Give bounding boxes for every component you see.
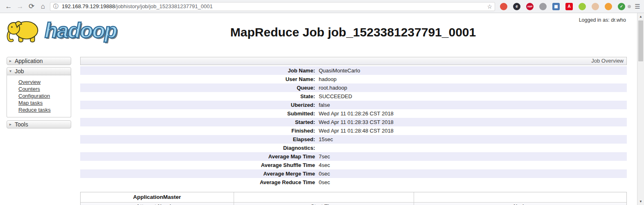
sidebar-item-reduce-tasks[interactable]: Reduce tasks — [18, 106, 71, 113]
sidebar-section-label: Job — [15, 68, 24, 74]
info-label: Average Merge Time — [80, 169, 317, 178]
info-value — [317, 144, 319, 152]
info-label: Job Name: — [80, 66, 317, 75]
chevron-down-icon: ▾ — [9, 68, 11, 75]
url-host: 192.168.79.129:19888 — [62, 3, 115, 9]
sidebar-section-tools[interactable]: ▸ Tools — [7, 120, 71, 128]
info-row: State:SUCCEEDED — [80, 92, 627, 101]
job-overview-table: Job Name:QuasiMonteCarlo User Name:hadoo… — [80, 66, 627, 187]
info-value: Wed Apr 11 01:28:33 CST 2018 — [317, 118, 394, 126]
info-row: Uberized:false — [80, 101, 627, 109]
info-value: root.hadoop — [317, 83, 347, 92]
am-caption-row: ApplicationMaster — [81, 192, 626, 202]
info-label: Started: — [80, 118, 317, 126]
bookmark-star-icon[interactable]: ☆ — [487, 2, 492, 11]
info-row: Finished:Wed Apr 11 01:28:48 CST 2018 — [80, 126, 627, 135]
job-overview-header: Job Overview — [80, 57, 627, 65]
jobhistory-page: Logged in as: dr.who hadoop MapReduce Jo… — [0, 13, 644, 205]
url-text: 192.168.79.129:19888/jobhistory/job/job_… — [62, 2, 213, 11]
info-label: Finished: — [80, 126, 317, 135]
refresh-button[interactable]: ⟳ — [26, 1, 37, 12]
info-value: 15sec — [317, 135, 333, 144]
extension-gray-sphere-icon[interactable] — [539, 3, 547, 10]
home-button[interactable]: ⌂ — [38, 1, 48, 12]
back-button[interactable]: ← — [3, 1, 14, 12]
info-value: QuasiMonteCarlo — [317, 66, 360, 75]
am-col-attempt-number[interactable]: Attempt Number — [81, 203, 234, 205]
hadoop-elephant-icon — [6, 17, 45, 43]
browser-toolbar: ← → ⟳ ⌂ ⓘ 192.168.79.129:19888/jobhistor… — [0, 0, 644, 13]
sidebar-item-counters[interactable]: Counters — [18, 86, 71, 92]
scrollbar-thumb[interactable] — [638, 20, 643, 61]
info-row: Submitted:Wed Apr 11 01:28:26 CST 2018 — [80, 109, 627, 118]
info-value: SUCCEEDED — [317, 92, 352, 101]
page-title: MapReduce Job job_1523381237791_0001 — [80, 25, 626, 39]
extension-blue-grid-icon[interactable]: ▦ — [552, 3, 560, 10]
info-row: Elapsed:15sec — [80, 135, 627, 144]
sidebar-nav: ▸ Application ▾ Job Overview Counters Co… — [7, 57, 71, 128]
url-bar[interactable]: ⓘ 192.168.79.129:19888/jobhistory/job/jo… — [50, 2, 495, 11]
extension-red-circle[interactable] — [500, 3, 507, 10]
info-row: Average Map Time7sec — [80, 152, 627, 161]
info-row: Started:Wed Apr 11 01:28:33 CST 2018 — [80, 118, 627, 126]
extension-gray-dot-icon[interactable] — [628, 5, 631, 8]
info-label: Average Reduce Time — [80, 178, 317, 187]
url-path: /jobhistory/job/job_1523381237791_0001 — [115, 3, 213, 9]
extension-tan-circle-icon[interactable] — [592, 3, 599, 10]
info-label: Uberized: — [80, 101, 317, 109]
scrollbar[interactable]: ▲ ▼ — [637, 13, 644, 205]
page-info-icon[interactable]: ⓘ — [53, 2, 59, 11]
info-label: State: — [80, 92, 317, 101]
main-content: Job Overview Job Name:QuasiMonteCarlo Us… — [80, 57, 627, 205]
sidebar-item-map-tasks[interactable]: Map tasks — [18, 99, 71, 106]
info-label: Elapsed: — [80, 135, 317, 144]
info-row: Queue:root.hadoop — [80, 83, 627, 92]
sidebar-section-label: Application — [15, 58, 43, 64]
chevron-right-icon: ▸ — [9, 57, 11, 65]
am-col-start-time[interactable]: Start Time — [234, 203, 414, 205]
info-value: Wed Apr 11 01:28:48 CST 2018 — [317, 126, 394, 135]
info-value: 0sec — [317, 169, 330, 178]
scroll-down-button[interactable]: ▼ — [637, 198, 644, 205]
info-row: Job Name:QuasiMonteCarlo — [80, 66, 627, 75]
info-value: 4sec — [317, 161, 330, 169]
am-header-row: Attempt Number Start Time Node — [81, 202, 626, 205]
info-label: Average Shuffle Time — [80, 161, 317, 169]
info-label: User Name: — [80, 75, 317, 83]
extension-abp-icon[interactable]: ABP — [526, 3, 534, 10]
scroll-up-button[interactable]: ▲ — [637, 13, 644, 20]
am-col-node[interactable]: Node — [414, 203, 626, 205]
info-row: Average Merge Time0sec — [80, 169, 627, 178]
extension-check-icon[interactable]: ✓ — [618, 3, 625, 10]
info-row: User Name:hadoop — [80, 75, 627, 83]
logged-in-status: Logged in as: dr.who — [579, 17, 626, 23]
info-value: hadoop — [317, 75, 336, 83]
chevron-right-icon: ▸ — [9, 121, 11, 128]
extension-green-circle-icon[interactable] — [579, 3, 586, 10]
info-row: Average Reduce Time0sec — [80, 178, 627, 187]
browser-menu-icon[interactable]: ☰ — [633, 1, 642, 12]
extension-orange-icon[interactable] — [605, 3, 612, 10]
info-value: Wed Apr 11 01:28:26 CST 2018 — [317, 109, 394, 118]
extension-dark-circle[interactable]: e — [513, 3, 520, 10]
extension-adobe-icon[interactable]: A — [565, 3, 573, 10]
sidebar-job-panel: Overview Counters Configuration Map task… — [7, 75, 71, 117]
info-label: Queue: — [80, 83, 317, 92]
application-master-table: ApplicationMaster Attempt Number Start T… — [80, 192, 627, 205]
forward-button[interactable]: → — [15, 1, 25, 12]
sidebar-section-application[interactable]: ▸ Application — [7, 57, 71, 65]
info-row: Average Shuffle Time4sec — [80, 161, 627, 169]
info-label: Submitted: — [80, 109, 317, 118]
sidebar-item-configuration[interactable]: Configuration — [18, 92, 71, 99]
info-value: 7sec — [317, 152, 330, 161]
sidebar-section-job[interactable]: ▾ Job — [7, 67, 71, 75]
am-caption: ApplicationMaster — [81, 192, 234, 202]
info-label: Average Map Time — [80, 152, 317, 161]
info-row: Diagnostics: — [80, 144, 627, 152]
sidebar-item-overview[interactable]: Overview — [18, 79, 71, 86]
info-label: Diagnostics: — [80, 144, 317, 152]
info-value: false — [317, 101, 330, 109]
info-value: 0sec — [317, 178, 330, 187]
sidebar-section-label: Tools — [15, 121, 28, 128]
